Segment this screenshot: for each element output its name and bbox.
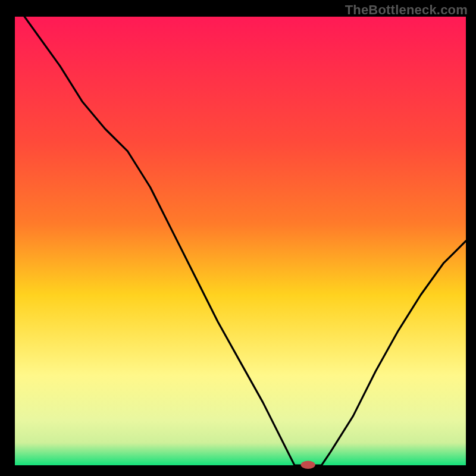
chart-frame: TheBottleneck.com bbox=[0, 0, 476, 476]
min-marker bbox=[301, 461, 315, 469]
watermark-text: TheBottleneck.com bbox=[345, 2, 468, 18]
svg-rect-2 bbox=[15, 17, 466, 465]
bottleneck-chart bbox=[0, 0, 476, 476]
